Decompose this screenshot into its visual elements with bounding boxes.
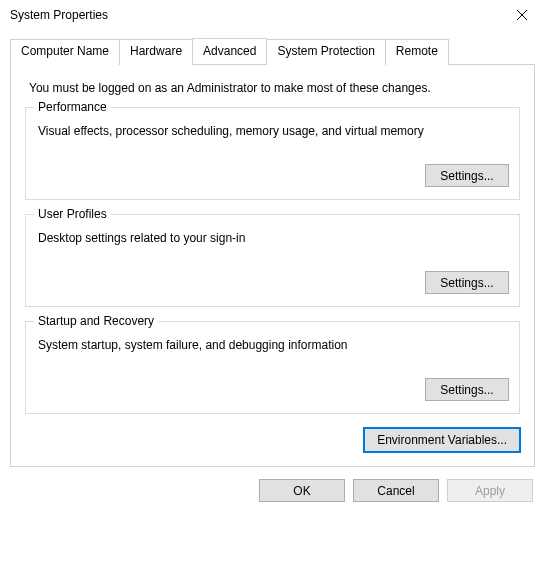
titlebar: System Properties xyxy=(0,0,545,30)
startup-settings-button[interactable]: Settings... xyxy=(425,378,509,401)
tabpanel-advanced: You must be logged on as an Administrato… xyxy=(10,64,535,467)
group-user-profiles-title: User Profiles xyxy=(34,207,111,221)
performance-settings-button[interactable]: Settings... xyxy=(425,164,509,187)
tab-container: Computer Name Hardware Advanced System P… xyxy=(0,30,545,467)
group-performance-desc: Visual effects, processor scheduling, me… xyxy=(38,124,509,138)
cancel-button[interactable]: Cancel xyxy=(353,479,439,502)
tab-advanced[interactable]: Advanced xyxy=(192,38,267,64)
tab-computer-name[interactable]: Computer Name xyxy=(10,39,120,65)
window-title: System Properties xyxy=(10,8,108,22)
group-performance-title: Performance xyxy=(34,100,111,114)
group-startup-recovery: Startup and Recovery System startup, sys… xyxy=(25,321,520,414)
tab-remote[interactable]: Remote xyxy=(385,39,449,65)
group-user-profiles: User Profiles Desktop settings related t… xyxy=(25,214,520,307)
tab-hardware[interactable]: Hardware xyxy=(119,39,193,65)
tab-system-protection[interactable]: System Protection xyxy=(266,39,385,65)
group-startup-title: Startup and Recovery xyxy=(34,314,158,328)
group-performance: Performance Visual effects, processor sc… xyxy=(25,107,520,200)
user-profiles-settings-button[interactable]: Settings... xyxy=(425,271,509,294)
environment-variables-button[interactable]: Environment Variables... xyxy=(364,428,520,452)
intro-text: You must be logged on as an Administrato… xyxy=(29,81,520,95)
ok-button[interactable]: OK xyxy=(259,479,345,502)
group-user-profiles-desc: Desktop settings related to your sign-in xyxy=(38,231,509,245)
close-icon xyxy=(517,10,527,20)
close-button[interactable] xyxy=(501,1,543,29)
tabstrip: Computer Name Hardware Advanced System P… xyxy=(10,38,535,64)
apply-button[interactable]: Apply xyxy=(447,479,533,502)
dialog-buttons: OK Cancel Apply xyxy=(0,467,545,512)
group-startup-desc: System startup, system failure, and debu… xyxy=(38,338,509,352)
